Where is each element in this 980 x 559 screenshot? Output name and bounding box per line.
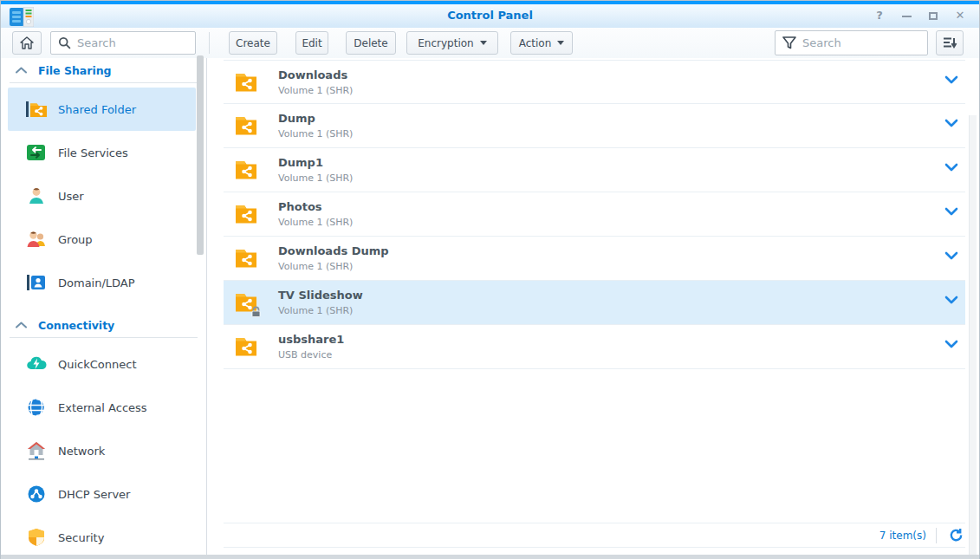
chevron-down-icon[interactable] [944,340,958,348]
shared-folder-list: Downloads Volume 1 (SHR) D [224,60,965,369]
network-icon [25,440,48,461]
action-dropdown-button[interactable]: Action [510,31,573,55]
filter-search-input[interactable] [802,36,920,49]
section-separator [10,337,198,338]
shared-folder-icon [233,157,259,183]
sidebar-item-label: Domain/LDAP [58,276,135,289]
maximize-icon[interactable] [926,8,940,23]
content-scrollbar-track[interactable] [969,115,977,555]
folder-row-photos[interactable]: Photos Volume 1 (SHR) [224,192,965,237]
home-icon [20,36,34,49]
quickconnect-icon [25,354,48,374]
chevron-down-icon[interactable] [944,207,958,216]
window-bottom-edge [1,555,979,559]
user-icon [25,185,48,206]
folder-row-usbshare1[interactable]: usbshare1 USB device [224,325,965,369]
section-header-connectivity[interactable]: Connectivity [1,313,206,337]
sidebar-item-label: File Services [58,146,128,159]
filter-search-box [775,30,928,55]
shared-folder-icon [233,334,259,360]
folder-location: Volume 1 (SHR) [278,172,353,184]
group-icon [25,229,48,250]
sidebar-item-label: DHCP Server [58,488,130,501]
sort-icon [943,36,957,49]
refresh-button[interactable] [946,526,965,545]
chevron-down-icon[interactable] [944,119,958,127]
chevron-down-icon[interactable] [944,163,958,172]
sidebar-item-file-services[interactable]: File Services [8,131,196,174]
chevron-up-icon [16,67,27,74]
sidebar-search-box [50,31,196,55]
filter-funnel-icon [782,36,796,49]
sidebar-item-domain-ldap[interactable]: Domain/LDAP [8,261,196,304]
sidebar-item-external-access[interactable]: External Access [8,386,196,429]
section-header-file-sharing[interactable]: File Sharing [1,58,206,82]
item-count: 7 item(s) [879,530,926,542]
sidebar-item-label: QuickConnect [58,358,137,371]
shared-folder-icon [233,69,259,95]
create-button[interactable]: Create [229,31,277,55]
shared-folder-icon [233,113,259,139]
control-panel-window: Control Panel ? ✕ Create Edit [0,0,980,559]
sidebar-item-quickconnect[interactable]: QuickConnect [8,342,196,386]
folder-row-dump[interactable]: Dump Volume 1 (SHR) [224,104,965,148]
folder-location: USB device [278,349,344,361]
folder-name: usbshare1 [278,333,344,346]
folder-row-downloads-dump[interactable]: Downloads Dump Volume 1 (SHR) [224,237,965,281]
close-icon[interactable]: ✕ [953,8,967,23]
file-services-icon [25,142,48,163]
sidebar-item-label: Security [58,531,104,544]
sidebar: File Sharing Shared Folder [1,58,207,559]
titlebar[interactable]: Control Panel ? ✕ [1,4,979,28]
folder-name: TV Slideshow [278,289,363,302]
sidebar-item-label: User [58,190,84,203]
section-label: Connectivity [38,319,114,332]
footer-separator [224,547,965,548]
folder-name: Dump [278,112,353,125]
folder-row-tv-slideshow[interactable]: TV Slideshow Volume 1 (SHR) [224,281,965,325]
section-label: File Sharing [38,64,112,77]
domain-ldap-icon [25,272,48,293]
shared-folder-icon [233,201,259,227]
folder-location: Volume 1 (SHR) [278,128,353,140]
search-input[interactable] [77,36,188,49]
folder-name: Downloads Dump [278,244,389,257]
search-icon [58,36,71,49]
sidebar-item-shared-folder[interactable]: Shared Folder [8,88,196,131]
chevron-down-icon [480,41,487,45]
shared-folder-icon [233,245,259,271]
sidebar-item-network[interactable]: Network [8,429,196,472]
section-separator [10,82,198,83]
edit-button[interactable]: Edit [295,31,328,55]
external-access-icon [25,397,48,418]
create-button-label: Create [236,37,270,49]
sidebar-item-security[interactable]: Security [8,516,196,559]
sort-button[interactable] [936,30,964,55]
chevron-down-icon[interactable] [944,296,958,304]
folder-location: Volume 1 (SHR) [278,305,363,316]
folder-name: Downloads [278,68,353,81]
delete-button[interactable]: Delete [346,31,396,55]
folder-row-dump1[interactable]: Dump1 Volume 1 (SHR) [224,148,965,192]
edit-button-label: Edit [302,37,321,49]
footer-divider [936,528,937,543]
home-button[interactable] [12,31,42,55]
sidebar-item-dhcp-server[interactable]: DHCP Server [8,472,196,516]
footer: 7 item(s) [224,523,965,547]
encryption-dropdown-button[interactable]: Encryption [406,31,498,55]
help-icon[interactable]: ? [873,8,886,23]
sidebar-item-user[interactable]: User [8,174,196,218]
chevron-down-icon [557,41,564,45]
shared-folder-icon [25,99,48,120]
chevron-down-icon[interactable] [944,75,958,84]
sidebar-item-group[interactable]: Group [8,218,196,261]
encryption-button-label: Encryption [418,37,473,49]
sidebar-item-label: Network [58,445,105,458]
minimize-icon[interactable] [899,8,913,23]
security-icon [25,527,48,548]
folder-row-downloads[interactable]: Downloads Volume 1 (SHR) [224,60,965,104]
dhcp-server-icon [25,484,48,504]
sidebar-item-label: Group [58,233,93,246]
chevron-down-icon[interactable] [944,251,958,260]
sidebar-scrollbar[interactable] [197,55,204,255]
